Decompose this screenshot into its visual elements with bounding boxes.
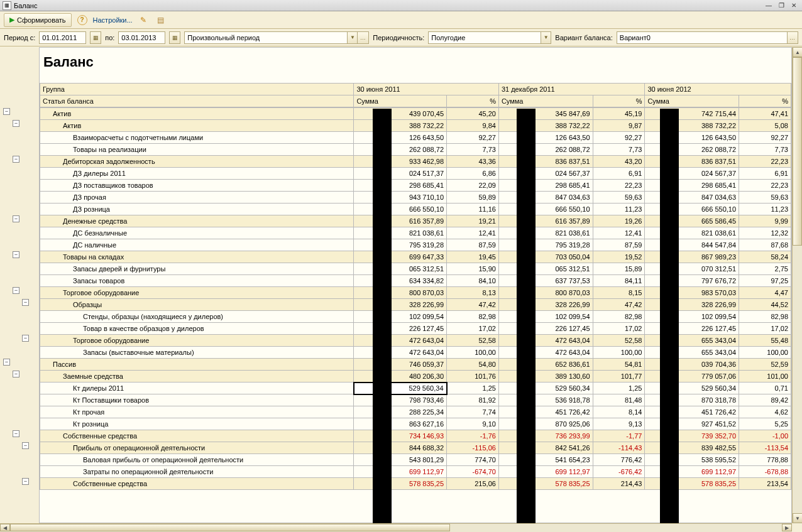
combo-arrow[interactable]: ▼: [348, 31, 358, 44]
scroll-right-arrow[interactable]: ▶: [782, 524, 792, 531]
close-button[interactable]: ✕: [788, 1, 799, 10]
cell-pct: 22,23: [739, 180, 791, 192]
tree-toggle[interactable]: −: [13, 215, 19, 222]
scroll-down-arrow[interactable]: ▼: [793, 513, 802, 523]
cell-sum: 616 357,89: [498, 215, 593, 227]
cell-pct: 47,41: [739, 108, 791, 120]
cell-sum: 529 560,34: [498, 383, 593, 394]
cell-pct: 44,52: [739, 299, 791, 311]
row-name: Валовая прибыль от операционной деятельн…: [40, 454, 354, 466]
header-period-2: 31 декабря 2011: [498, 84, 645, 95]
cell-sum: 226 127,45: [354, 323, 447, 335]
cell-pct: 84,11: [593, 275, 645, 287]
cell-sum: 226 127,45: [645, 323, 739, 335]
cell-sum: 472 643,04: [498, 335, 593, 347]
periodicity-combo[interactable]: [428, 31, 541, 44]
free-period-combo[interactable]: [184, 31, 348, 44]
row-name: Актив: [40, 108, 354, 120]
cell-pct: 101,76: [447, 371, 499, 383]
period-to-input[interactable]: [118, 31, 165, 44]
row-name: Кт розница: [40, 418, 354, 430]
cell-sum: 262 088,72: [498, 144, 593, 156]
cell-sum: 126 643,50: [645, 132, 739, 144]
row-name: Кт Поставщики товаров: [40, 394, 354, 406]
cell-pct: 84,10: [447, 275, 499, 287]
row-name: Взаиморасчеты с подотчетными лицами: [40, 132, 354, 144]
cell-sum: 844 688,32: [354, 442, 447, 454]
cell-pct: 47,42: [593, 299, 645, 311]
vertical-scrollbar[interactable]: ▲ ▼: [792, 47, 802, 523]
cell-sum: 634 334,82: [354, 275, 447, 287]
cell-pct: 8,14: [593, 406, 645, 418]
scroll-left-arrow[interactable]: ◀: [0, 524, 10, 531]
cell-pct: 6,91: [593, 168, 645, 180]
tree-toggle[interactable]: −: [13, 287, 19, 294]
cell-pct: 19,21: [447, 215, 499, 227]
row-name: ДС наличные: [40, 239, 354, 251]
cell-pct: 52,58: [447, 335, 499, 347]
tree-toggle[interactable]: −: [3, 359, 10, 366]
cell-pct: -1,76: [447, 430, 499, 442]
wand-icon: ✎: [140, 16, 146, 24]
calendar-to-button[interactable]: ▦: [169, 31, 180, 44]
tool-icon-2[interactable]: ▤: [154, 13, 168, 27]
cell-pct: 92,27: [447, 132, 499, 144]
cell-pct: 100,00: [739, 347, 791, 359]
app-icon: ▦: [3, 1, 11, 10]
period-dots-button[interactable]: …: [358, 31, 369, 44]
tree-toggle[interactable]: −: [13, 430, 19, 437]
tree-toggle[interactable]: −: [22, 299, 29, 306]
cell-sum: 538 595,52: [645, 454, 739, 466]
tree-toggle[interactable]: −: [22, 478, 29, 485]
maximize-button[interactable]: ❐: [776, 1, 787, 10]
generate-button[interactable]: ▶ Сформировать: [4, 13, 72, 27]
tree-toggle[interactable]: −: [13, 156, 19, 163]
header-pct: %: [447, 95, 499, 107]
scroll-thumb[interactable]: [793, 57, 802, 246]
calendar-icon: ▦: [93, 35, 99, 41]
tree-toggle[interactable]: −: [22, 442, 29, 449]
tree-toggle[interactable]: −: [13, 120, 19, 127]
scroll-thumb[interactable]: [10, 524, 450, 531]
help-button[interactable]: ?: [75, 13, 89, 27]
toolbar-period: Период с: ▦ по: ▦ ▼ … Периодичность: ▼ В…: [0, 29, 802, 46]
settings-link[interactable]: Настройки...: [93, 16, 133, 24]
minimize-button[interactable]: —: [763, 1, 774, 10]
combo-arrow[interactable]: ▼: [541, 31, 551, 44]
tree-toggle[interactable]: −: [13, 251, 19, 258]
row-name: ДЗ прочая: [40, 192, 354, 204]
variant-dots-button[interactable]: …: [788, 31, 798, 44]
cell-pct: 87,59: [447, 239, 499, 251]
period-from-input[interactable]: [39, 31, 86, 44]
horizontal-scrollbar[interactable]: ◀ ▶: [0, 523, 792, 532]
cell-pct: 774,70: [447, 454, 499, 466]
cell-sum: 847 034,63: [645, 192, 739, 204]
cell-sum: 065 312,51: [354, 263, 447, 275]
cell-sum: 699 647,33: [354, 251, 447, 263]
cell-pct: 19,26: [593, 215, 645, 227]
cell-pct: 6,91: [739, 168, 791, 180]
cell-sum: 655 343,04: [645, 347, 739, 359]
periodicity-label: Периодичность:: [373, 34, 424, 41]
cell-pct: 100,00: [447, 347, 499, 359]
calendar-from-button[interactable]: ▦: [90, 31, 101, 44]
cell-sum: 795 319,28: [498, 239, 593, 251]
cell-pct: 58,24: [739, 251, 791, 263]
cell-sum: 328 226,99: [354, 299, 447, 311]
cell-pct: 11,23: [593, 204, 645, 215]
variant-combo[interactable]: [617, 31, 788, 44]
tree-toggle[interactable]: −: [13, 371, 19, 377]
tree-toggle[interactable]: −: [22, 335, 29, 342]
row-name: Товар в качестве образцов у дилеров: [40, 323, 354, 335]
cell-pct: 92,27: [593, 132, 645, 144]
cell-sum: 746 059,37: [354, 359, 447, 371]
row-name: Товары на складах: [40, 251, 354, 263]
cell-pct: 87,59: [593, 239, 645, 251]
tool-icon-1[interactable]: ✎: [136, 13, 150, 27]
cell-sum: 328 226,99: [498, 299, 593, 311]
row-name: Прибыль от операционной деятельности: [40, 442, 354, 454]
scroll-up-arrow[interactable]: ▲: [793, 47, 802, 57]
report-area: −−−−−−−−−−−−− Баланс Группа 30 июня 2011…: [0, 47, 802, 523]
tree-toggle[interactable]: −: [3, 108, 10, 115]
row-name: ДЗ дилеры 2011: [40, 168, 354, 180]
